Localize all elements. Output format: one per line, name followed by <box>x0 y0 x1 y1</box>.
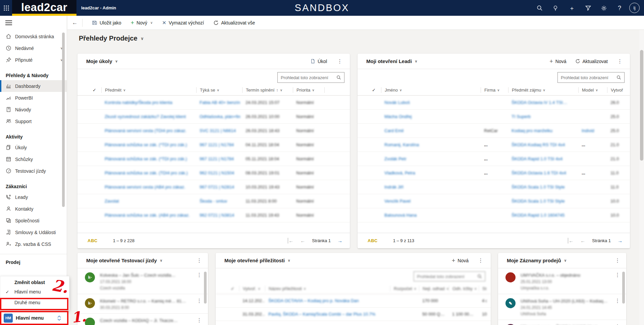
search-icon[interactable] <box>536 4 543 12</box>
panel-title-my-tasks[interactable]: Moje úkoly ∨ <box>86 58 118 64</box>
column-header-rozpocet[interactable]: Rozpočet∨ <box>390 286 419 291</box>
search-input[interactable] <box>417 274 477 279</box>
window-scrollbar-thumb[interactable] <box>640 50 643 161</box>
sidebar-scrollbar-thumb[interactable] <box>62 33 65 207</box>
panel-title-test-drives[interactable]: Moje otevřené Testovací jízdy ∨ <box>86 258 162 263</box>
next-page-button[interactable]: → <box>337 238 342 243</box>
filter-icon[interactable] <box>584 4 592 12</box>
column-select-all[interactable]: ✓ <box>372 87 381 93</box>
table-row[interactable]: 31.03.202… Pavlíq, ŠKODA – Kamiq/Scala C… <box>216 308 491 321</box>
save-as-button[interactable]: Uložit jako <box>87 16 126 30</box>
prev-page-button[interactable]: ← <box>580 238 585 243</box>
new-button[interactable]: + Nový ∨ <box>126 16 158 30</box>
sidebar-item-companies[interactable]: Společnosti <box>0 215 67 226</box>
sidebar-item-feedback[interactable]: Zp. vazba & CSS <box>0 238 67 250</box>
column-header-trzby[interactable]: Odh. tržby∨ <box>449 286 479 291</box>
search-input[interactable] <box>281 75 336 80</box>
more-options-button[interactable]: ⋮ <box>613 272 622 278</box>
column-header-vytvoreno[interactable]: Vytvoř <box>607 87 626 93</box>
new-opportunity-button[interactable]: + Nová <box>452 258 469 264</box>
list-item[interactable]: k- Kilometr – RETRO s.r.o. – Kamiq mě… 8… <box>77 294 208 313</box>
table-row[interactable]: Zvolák Petr...ŠKODA Rapid 1.0 TSI 4x421.… <box>358 152 630 166</box>
table-row[interactable]: ZavolatŠkoda - smluv11.03.2021 8:00Normá… <box>77 194 350 208</box>
more-options-button[interactable]: ⋮ <box>613 258 622 263</box>
table-row[interactable]: Balounová HanaŠKODA Rapid 1.0 160474510.… <box>358 208 630 222</box>
sidebar-item-support[interactable]: Support <box>0 115 67 127</box>
more-options-button[interactable]: ⋮ <box>616 59 624 64</box>
sidebar-item-contracts[interactable]: Smlouvy & Události <box>0 226 67 238</box>
more-options-button[interactable]: ⋮ <box>195 318 203 323</box>
column-header-firma[interactable]: Firma∨ <box>481 87 508 93</box>
list-item[interactable]: k- Kolveska – Jan Šulc – Czech vozidla… … <box>77 268 208 294</box>
sidebar-item-recent[interactable]: Nedávné∨ <box>0 42 67 54</box>
more-options-button[interactable]: ⋮ <box>195 272 203 278</box>
more-options-button[interactable]: ⋮ <box>477 258 485 263</box>
sidebar-item-meetings[interactable]: Schůzky <box>0 153 67 165</box>
avatar[interactable]: Ij <box>629 3 640 13</box>
sidebar-item-powerbi[interactable]: PowerBI <box>0 92 67 104</box>
table-row[interactable]: Vladková, Petra...ŠKODA Octavia 1.6 TDI … <box>358 166 630 180</box>
column-header-zajem[interactable]: Předmět zájmu∨ <box>508 87 578 93</box>
table-row[interactable]: Romanij, Karolína...ŠKODA Kodiaq RS TDI … <box>358 138 630 152</box>
panel-title-opportunities[interactable]: Moje otevřené příležitosti ∨ <box>224 258 290 263</box>
jump-bar[interactable]: ABC <box>88 238 98 243</box>
column-header-priorita[interactable]: Priorita∨ <box>293 87 324 93</box>
chevron-down-icon[interactable]: ∨ <box>150 21 153 24</box>
help-icon[interactable]: ? <box>616 4 623 12</box>
clear-default-button[interactable]: ✕ Vymazat výchozí <box>157 16 209 30</box>
sidebar-item-guides[interactable]: Návody <box>0 104 67 115</box>
panel-title-sales-records[interactable]: Moje Záznamy prodejů ∨ <box>507 258 567 263</box>
refresh-button[interactable]: Aktualizovat <box>575 59 608 64</box>
first-page-button[interactable]: ← <box>288 238 293 243</box>
prev-page-button[interactable]: ← <box>300 238 305 243</box>
sidebar-item-testdrives[interactable]: Testovací jízdy <box>0 165 67 177</box>
column-header-stav[interactable]: Stav <box>479 286 487 291</box>
table-row[interactable]: Plánovaná servisní cesta (AB4 pro zákaz.… <box>77 180 350 194</box>
list-item[interactable]: Mihu spol. s r.o. – ŠKODA KAMIQ Mont… ⋮ <box>498 320 626 325</box>
jump-bar[interactable]: ABC <box>368 238 378 243</box>
area-option-second-menu[interactable]: Druhé menu <box>0 297 69 308</box>
column-select-all[interactable]: ✓ <box>93 87 101 93</box>
lightbulb-icon[interactable] <box>552 4 559 12</box>
hamburger-menu-icon[interactable] <box>5 20 12 25</box>
column-header-vytvoreno[interactable]: Vytvoř.∨ <box>239 286 265 291</box>
quick-create-plus-icon[interactable]: ＋ <box>568 4 576 12</box>
column-header-termin[interactable]: Termín splnění↑∨ <box>242 87 293 93</box>
refresh-all-button[interactable]: Aktualizovat vše <box>209 16 260 30</box>
table-row[interactable]: Novák LubošŠKODA Octavia iV 1.4 TSI…26.0 <box>358 96 630 110</box>
search-input[interactable] <box>561 75 616 80</box>
table-row[interactable]: 14.12.202… ŠKODA OCTAVIA – Kodiaq pro p.… <box>216 294 491 308</box>
table-row[interactable]: Venclík PavelŠKODA Scala 1.0 TSI Style10… <box>358 194 630 208</box>
new-lead-button[interactable]: + Nová <box>549 58 566 64</box>
table-row[interactable]: Mácha OndřejTI Superb25.0 <box>358 110 630 124</box>
sidebar-item-pinned[interactable]: Připnuté∨ <box>0 54 67 66</box>
column-header-model[interactable]: Model∨ <box>578 87 607 93</box>
table-row[interactable]: Zkusit vyzvednout zakázku? Zavolej klien… <box>77 110 350 124</box>
new-task-button[interactable]: Úkol <box>310 59 327 64</box>
more-options-button[interactable]: ⋮ <box>195 258 203 263</box>
sidebar-item-tasks[interactable]: Úkoly <box>0 142 67 153</box>
list-item[interactable]: Czech vozidla – KODIAQ – Ji. Tkacze… ⋮ <box>77 313 208 325</box>
area-switcher[interactable]: HM Hlavní menu <box>0 311 67 325</box>
panel-scrollbar-thumb[interactable] <box>622 272 625 304</box>
column-header-tyka-se[interactable]: Týká se∨ <box>196 87 242 93</box>
dashboard-selector[interactable]: Přehledy Prodejce ∨ <box>79 35 144 42</box>
table-row[interactable]: Plánovaná schůzka se zák. (TDI4 pro zák.… <box>77 166 350 180</box>
more-options-button[interactable]: ⋮ <box>336 59 344 64</box>
back-button[interactable]: ← <box>67 19 82 26</box>
table-row[interactable]: Plánovaná schůzka se zák. (AB4 pro zákaz… <box>77 208 350 222</box>
column-header-nazev[interactable]: Název příležitosti∨ <box>265 286 390 291</box>
panel-title-leads[interactable]: Moji otevření Leadi ∨ <box>366 58 417 64</box>
table-row[interactable]: Card EmilRetCarKodiaq pro manželkuIndivi… <box>358 124 630 138</box>
more-options-button[interactable]: ⋮ <box>195 298 203 304</box>
table-row[interactable]: Indrák JiříŠKODA Scala 1.0 TSI Style11.0 <box>358 180 630 194</box>
settings-gear-icon[interactable] <box>600 4 607 12</box>
search-icon[interactable] <box>477 274 482 279</box>
list-item[interactable]: ✎ Uhlířová Soňa – UH-2020 (LX63) – Kodia… <box>498 294 626 320</box>
sidebar-item-contacts[interactable]: Kontakty <box>0 203 67 215</box>
sidebar-item-dashboards[interactable]: Dashboardy <box>0 80 67 92</box>
column-select-all[interactable]: ✓ <box>231 286 239 291</box>
sidebar-item-home[interactable]: Domovská stránka <box>0 31 67 42</box>
search-icon[interactable] <box>336 75 341 80</box>
table-row[interactable]: Plánovaná schůzka se zák. (*TDI pro zák.… <box>77 138 350 152</box>
